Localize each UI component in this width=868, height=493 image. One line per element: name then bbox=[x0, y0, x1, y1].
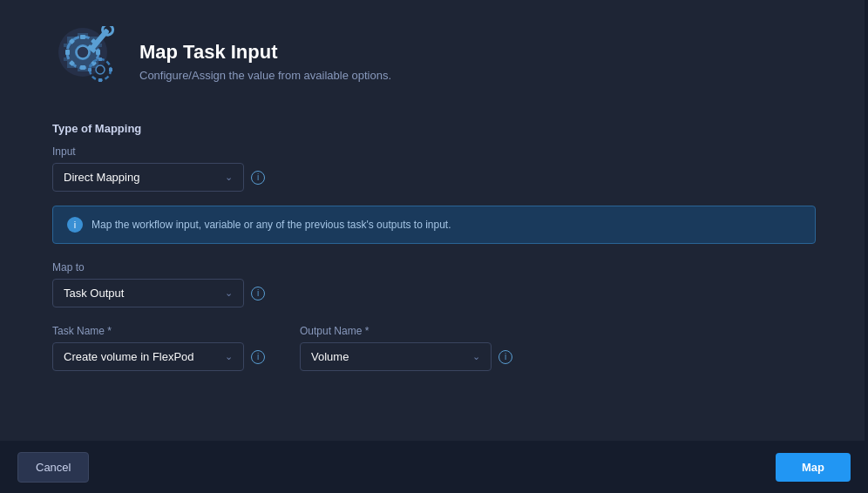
svg-rect-16 bbox=[98, 78, 102, 82]
info-banner-text: Map the workflow input, variable or any … bbox=[92, 219, 451, 231]
chevron-down-icon: ⌄ bbox=[225, 287, 233, 299]
output-name-select[interactable]: Volume ⌄ bbox=[300, 342, 492, 371]
input-field-label: Input bbox=[52, 145, 816, 158]
task-name-field: Task Name * Create volume in FlexPod ⌄ i bbox=[52, 325, 265, 371]
svg-point-11 bbox=[77, 46, 89, 58]
main-content: Map Task Input Configure/Assign the valu… bbox=[0, 0, 868, 493]
input-select-wrapper: Direct Mapping ⌄ i bbox=[52, 163, 816, 192]
svg-rect-13 bbox=[88, 68, 92, 71]
map-to-section: Map to Task Output ⌄ i bbox=[52, 261, 816, 307]
info-banner: i Map the workflow input, variable or an… bbox=[52, 206, 816, 244]
dialog-footer: Cancel Map bbox=[0, 441, 868, 493]
header-icon bbox=[52, 26, 122, 96]
input-select-value: Direct Mapping bbox=[64, 171, 139, 184]
chevron-down-icon: ⌄ bbox=[225, 351, 233, 362]
task-name-select-wrapper: Create volume in FlexPod ⌄ i bbox=[52, 342, 265, 371]
dialog-header: Map Task Input Configure/Assign the valu… bbox=[52, 17, 816, 96]
input-info-icon[interactable]: i bbox=[251, 171, 265, 185]
output-name-label: Output Name * bbox=[300, 325, 512, 337]
info-circle-icon: i bbox=[67, 217, 83, 233]
svg-rect-3 bbox=[65, 50, 70, 55]
map-to-value: Task Output bbox=[64, 287, 124, 300]
task-name-value: Create volume in FlexPod bbox=[64, 350, 194, 363]
output-name-value: Volume bbox=[311, 350, 349, 363]
section-title: Type of Mapping bbox=[52, 122, 816, 135]
output-name-info-icon[interactable]: i bbox=[498, 350, 512, 364]
svg-rect-5 bbox=[80, 35, 85, 39]
task-name-info-icon[interactable]: i bbox=[251, 350, 265, 364]
header-text: Map Task Input Configure/Assign the valu… bbox=[139, 41, 391, 82]
svg-rect-14 bbox=[109, 68, 112, 71]
type-of-mapping-section: Type of Mapping Input Direct Mapping ⌄ i… bbox=[52, 122, 816, 244]
task-name-label: Task Name * bbox=[52, 325, 265, 337]
svg-rect-4 bbox=[96, 50, 100, 55]
chevron-down-icon: ⌄ bbox=[225, 172, 233, 183]
svg-rect-6 bbox=[80, 65, 85, 70]
task-name-select[interactable]: Create volume in FlexPod ⌄ bbox=[52, 342, 244, 371]
dialog-title: Map Task Input bbox=[139, 41, 391, 64]
svg-point-17 bbox=[96, 65, 105, 74]
map-to-select-wrapper: Task Output ⌄ i bbox=[52, 279, 816, 307]
map-to-select[interactable]: Task Output ⌄ bbox=[52, 279, 244, 307]
cancel-button[interactable]: Cancel bbox=[17, 452, 89, 483]
map-to-info-icon[interactable]: i bbox=[251, 287, 265, 301]
chevron-down-icon: ⌄ bbox=[472, 351, 480, 362]
svg-rect-15 bbox=[98, 57, 102, 61]
output-name-select-wrapper: Volume ⌄ i bbox=[300, 342, 512, 371]
dialog-subtitle: Configure/Assign the value from availabl… bbox=[139, 69, 391, 82]
input-select[interactable]: Direct Mapping ⌄ bbox=[52, 163, 244, 192]
right-border-decoration bbox=[865, 0, 868, 493]
task-output-row: Task Name * Create volume in FlexPod ⌄ i… bbox=[52, 325, 816, 371]
map-to-label: Map to bbox=[52, 261, 816, 274]
map-button[interactable]: Map bbox=[776, 453, 851, 482]
output-name-field: Output Name * Volume ⌄ i bbox=[300, 325, 512, 371]
